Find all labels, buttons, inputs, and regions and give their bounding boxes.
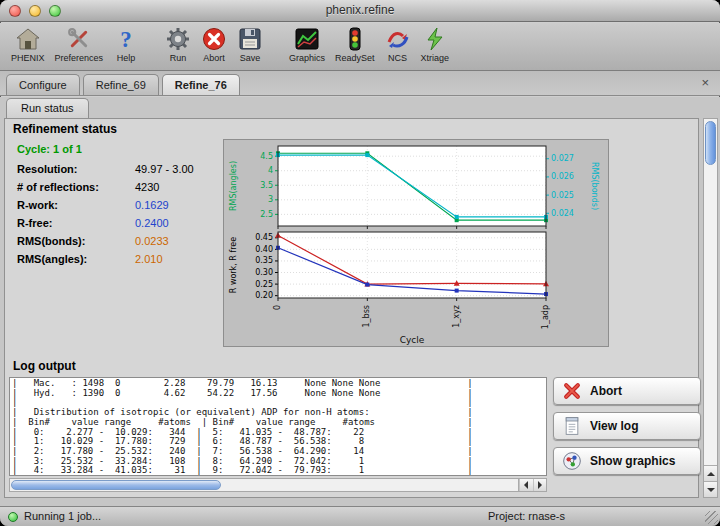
stat-row: RMS(angles):2.010	[17, 253, 221, 271]
toolbar-item-phenix[interactable]: PHENIX	[6, 25, 50, 64]
svg-text:0.024: 0.024	[551, 209, 574, 218]
toolbar-item-ncs[interactable]: NCS	[380, 25, 416, 64]
toolbar-item-xtriage[interactable]: Xtriage	[416, 25, 455, 64]
toolbar-item-label: Xtriage	[421, 53, 450, 63]
toolbar-item-label: Help	[117, 53, 136, 63]
svg-text:?: ?	[120, 27, 132, 52]
stat-value: 49.97 - 3.00	[135, 163, 194, 175]
svg-text:0.30: 0.30	[255, 268, 273, 277]
svg-text:RMS(bonds): RMS(bonds)	[590, 162, 599, 210]
svg-text:2.5: 2.5	[260, 210, 273, 219]
view-log-icon	[562, 416, 582, 436]
stat-value: 2.010	[135, 253, 163, 265]
titlebar[interactable]: phenix.refine	[0, 0, 720, 22]
svg-text:4: 4	[268, 166, 273, 175]
toolbar-item-graphics[interactable]: Graphics	[284, 25, 330, 64]
svg-text:RMS(angles): RMS(angles)	[229, 161, 238, 211]
toolbar-item-abort[interactable]: Abort	[196, 25, 232, 64]
minimize-window-button[interactable]	[29, 5, 41, 17]
tab-area-close-button[interactable]: ×	[696, 73, 714, 93]
abort-icon	[201, 26, 227, 52]
show-graphics-button[interactable]: Show graphics	[553, 447, 701, 475]
resize-grip[interactable]	[705, 511, 718, 524]
toolbar-item-help[interactable]: ?Help	[108, 25, 144, 64]
svg-text:0.026: 0.026	[551, 172, 574, 181]
svg-text:0: 0	[273, 305, 282, 310]
toolbar-item-preferences[interactable]: Preferences	[50, 25, 109, 64]
tab-refine_76[interactable]: Refine_76	[162, 74, 240, 95]
scrollbar-thumb[interactable]	[705, 121, 716, 165]
toolbar-item-save[interactable]: Save	[232, 25, 268, 64]
stat-row: Resolution:49.97 - 3.00	[17, 163, 221, 181]
svg-text:3.5: 3.5	[260, 181, 273, 190]
stat-label: # of reflections:	[17, 181, 135, 193]
toolbar-item-label: Run	[170, 53, 187, 63]
running-status-icon	[8, 512, 18, 522]
scroll-down-button[interactable]	[704, 481, 717, 497]
stat-label: RMS(bonds):	[17, 235, 135, 247]
chart-panel: 2.533.544.50.0240.0250.0260.027RMS(angle…	[223, 139, 609, 347]
phenix-home-icon	[15, 26, 41, 52]
svg-text:R work, R free: R work, R free	[229, 237, 238, 294]
run-icon	[165, 26, 191, 52]
toolbar: PHENIXPreferences?HelpRunAbortSaveGraphi…	[0, 23, 720, 71]
log-scrollbar-thumb[interactable]	[11, 480, 221, 490]
abort-button[interactable]: Abort	[553, 377, 701, 405]
traffic-lights	[9, 5, 61, 17]
stat-value: 0.2400	[135, 217, 169, 229]
svg-text:1_adp: 1_adp	[541, 305, 550, 329]
scroll-left-button[interactable]	[519, 479, 533, 491]
app-window: phenix.refine PHENIXPreferences?HelpRunA…	[0, 0, 720, 526]
tab-configure[interactable]: Configure	[6, 74, 80, 95]
toolbar-item-label: Save	[240, 53, 261, 63]
log-scrollbar-arrows	[518, 479, 546, 491]
toolbar-item-readyset[interactable]: ReadySet	[330, 25, 380, 64]
ncs-icon	[385, 26, 411, 52]
stat-row: # of reflections:4230	[17, 181, 221, 199]
tab-strip: ConfigureRefine_69Refine_76	[6, 71, 696, 95]
svg-text:0.35: 0.35	[255, 256, 273, 265]
tab-bar: ConfigureRefine_69Refine_76 ×	[0, 71, 720, 96]
status-bar: Running 1 job... Project: rnase-s	[0, 506, 720, 526]
toolbar-item-label: Preferences	[55, 53, 104, 63]
xtriage-icon	[422, 26, 448, 52]
graphics-icon	[294, 26, 320, 52]
project-label: Project: rnase-s	[488, 510, 565, 522]
show-graphics-icon	[562, 451, 582, 471]
svg-text:0.025: 0.025	[551, 191, 574, 200]
toolbar-item-label: ReadySet	[335, 53, 375, 63]
stat-label: Resolution:	[17, 163, 135, 175]
toolbar-item-label: PHENIX	[11, 53, 45, 63]
stat-row: R-work:0.1629	[17, 199, 221, 217]
log-text: | Mac. : 1498 0 2.28 79.79 16.13 None No…	[10, 378, 546, 476]
cycle-indicator: Cycle: 1 of 1	[17, 143, 82, 155]
tab-refine_69[interactable]: Refine_69	[83, 74, 159, 95]
log-output-area[interactable]: | Mac. : 1498 0 2.28 79.79 16.13 None No…	[9, 377, 547, 476]
refinement-charts: 2.533.544.50.0240.0250.0260.027RMS(angle…	[224, 140, 608, 346]
stat-row: RMS(bonds):0.0233	[17, 235, 221, 253]
preferences-icon	[66, 26, 92, 52]
scroll-right-button[interactable]	[533, 479, 547, 491]
scroll-up-button[interactable]	[704, 465, 717, 481]
vertical-scrollbar[interactable]	[703, 118, 718, 498]
run-status-page: Refinement status Cycle: 1 of 1 Resoluti…	[4, 118, 699, 498]
action-buttons: AbortView logShow graphics	[553, 377, 701, 482]
readyset-icon	[342, 26, 368, 52]
tab-run-status[interactable]: Run status	[6, 98, 89, 118]
zoom-window-button[interactable]	[49, 5, 61, 17]
toolbar-item-run[interactable]: Run	[160, 25, 196, 64]
close-window-button[interactable]	[9, 5, 21, 17]
stat-label: R-free:	[17, 217, 135, 229]
abort-x-icon	[562, 381, 582, 401]
window-title: phenix.refine	[0, 0, 720, 21]
svg-text:0.027: 0.027	[551, 154, 574, 163]
svg-text:0.40: 0.40	[255, 245, 273, 254]
action-label: Abort	[590, 384, 622, 398]
svg-text:0.20: 0.20	[255, 291, 273, 300]
svg-text:1_bss: 1_bss	[362, 305, 371, 328]
svg-text:0.25: 0.25	[255, 280, 273, 289]
log-horizontal-scrollbar[interactable]	[9, 478, 547, 492]
svg-text:0.45: 0.45	[255, 233, 273, 242]
view-log-button[interactable]: View log	[553, 412, 701, 440]
stat-label: RMS(angles):	[17, 253, 135, 265]
